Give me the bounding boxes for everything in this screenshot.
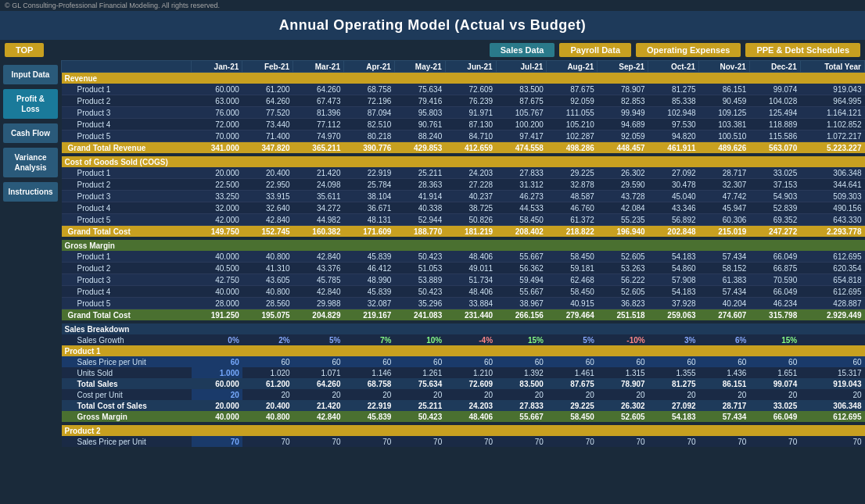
- col-dec: Dec-21: [749, 61, 800, 73]
- cogs-label: Cost of Goods Sold (COGS): [62, 156, 865, 167]
- revenue-label: Revenue: [62, 73, 865, 84]
- payroll-data-button[interactable]: Payroll Data: [559, 43, 631, 57]
- price-per-unit-row: Sales Price per Unit 60 6060606060606060…: [62, 356, 865, 367]
- col-jun: Jun-21: [445, 61, 496, 73]
- col-may: May-21: [394, 61, 445, 73]
- content-area: Jan-21 Feb-21 Mar-21 Apr-21 May-21 Jun-2…: [61, 60, 865, 447]
- cogs-product4: Product 4 32.00032.64034.27236.67140.338…: [62, 202, 865, 214]
- gm-product4: Product 4 40.00040.80042.84045.83950.423…: [62, 286, 865, 298]
- gross-margin-label: Gross Margin: [62, 240, 865, 251]
- sidebar-item-instructions[interactable]: Instructions: [3, 182, 58, 202]
- col-sep: Sep-21: [598, 61, 648, 73]
- col-apr: Apr-21: [344, 61, 395, 73]
- sales-growth-row: Sales Growth 0% 2% 5% 7% 10% -4% 15% 5% …: [62, 334, 865, 345]
- cogs-grand-total: Grand Total Cost 149.750152.745160.38217…: [62, 226, 865, 238]
- cogs-product5: Product 5 42.00042.84044.98248.13152.944…: [62, 214, 865, 226]
- sidebar-item-variance[interactable]: VarianceAnalysis: [3, 148, 58, 177]
- top-button[interactable]: TOP: [5, 43, 44, 57]
- cogs-section-header: Cost of Goods Sold (COGS): [62, 156, 865, 167]
- col-oct: Oct-21: [648, 61, 699, 73]
- col-nov: Nov-21: [699, 61, 750, 73]
- sidebar-item-profit-loss[interactable]: Profit &Loss: [3, 89, 58, 119]
- sidebar-item-cash-flow[interactable]: Cash Flow: [3, 123, 58, 143]
- product2-sub-header: Product 2: [62, 425, 865, 436]
- revenue-section-header: Revenue: [62, 73, 865, 84]
- product1-sub-header: Product 1: [62, 345, 865, 356]
- total-cost-sales-row: Total Cost of Sales 20.00020.40021.42022…: [62, 400, 865, 411]
- col-header-label: [62, 61, 192, 73]
- col-jul: Jul-21: [496, 61, 547, 73]
- gm-product2: Product 2 40.50041.31043.37646.41251.053…: [62, 263, 865, 274]
- gm-product1: Product 1 40.00040.80042.84045.83950.423…: [62, 251, 865, 263]
- sidebar-item-input-data[interactable]: Input Data: [3, 65, 58, 84]
- col-aug: Aug-21: [547, 61, 598, 73]
- nav-bar: TOP Sales Data Payroll Data Operating Ex…: [0, 40, 865, 60]
- col-jan: Jan-21: [192, 61, 242, 73]
- gross-margin-p1-row: Gross Margin 40.00040.80042.84045.83950.…: [62, 411, 865, 422]
- revenue-product4: Product 4 72.00073.44077.11282.51090.761…: [62, 119, 865, 130]
- col-feb: Feb-21: [242, 61, 293, 73]
- revenue-product3: Product 3 76.00077.52081.39687.09495.803…: [62, 107, 865, 119]
- cogs-product2: Product 2 22.50022.95024.09825.78428.363…: [62, 179, 865, 191]
- sales-breakdown-header: Sales Breakdown: [62, 323, 865, 334]
- price-per-unit-p2-row: Sales Price per Unit 70 7070707070707070…: [62, 436, 865, 447]
- revenue-product2: Product 2 63.00064.26067.47372.19679.416…: [62, 95, 865, 107]
- copyright: © GL Consulting-Professional Financial M…: [5, 2, 220, 9]
- cost-per-unit-row: Cost per Unit 20 20202020202020202020202…: [62, 389, 865, 400]
- col-total: Total Year: [800, 61, 864, 73]
- gross-margin-section-header: Gross Margin: [62, 240, 865, 251]
- revenue-product1: Product 1 60.00061.20064.26068.75875.634…: [62, 84, 865, 95]
- gm-grand-total: Grand Total Cost 191.250195.075204.82921…: [62, 309, 865, 321]
- ppe-debt-button[interactable]: PPE & Debt Schedules: [745, 43, 860, 57]
- sidebar: Input Data Profit &Loss Cash Flow Varian…: [0, 60, 61, 447]
- operating-expenses-button[interactable]: Operating Expenses: [636, 43, 741, 57]
- units-sold-row: Units Sold 1.000 1.0201.0711.1461.2611.2…: [62, 367, 865, 378]
- col-mar: Mar-21: [293, 61, 344, 73]
- page-title: Annual Operating Model (Actual vs Budget…: [279, 17, 587, 33]
- gm-product3: Product 3 42.75043.60545.78548.99053.889…: [62, 274, 865, 286]
- cogs-product1: Product 1 20.00020.40021.42022.91925.211…: [62, 167, 865, 179]
- cogs-product3: Product 3 33.25033.91535.61138.10441.914…: [62, 191, 865, 202]
- revenue-product5: Product 5 70.00071.40074.97080.21888.240…: [62, 130, 865, 142]
- gm-product5: Product 5 28.00028.56029.98832.08735.296…: [62, 298, 865, 309]
- sales-data-button[interactable]: Sales Data: [490, 43, 555, 57]
- top-bar: © GL Consulting-Professional Financial M…: [0, 0, 865, 11]
- total-sales-row: Total Sales 60.00061.20064.26068.75875.6…: [62, 378, 865, 389]
- title-bar: Annual Operating Model (Actual vs Budget…: [0, 11, 865, 40]
- revenue-grand-total: Grand Total Revenue 341.000347.820365.21…: [62, 142, 865, 154]
